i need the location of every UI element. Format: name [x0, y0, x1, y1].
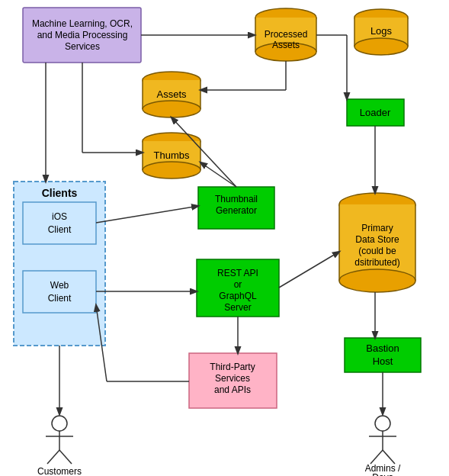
svg-point-38 [339, 269, 415, 292]
svg-rect-60 [345, 338, 421, 372]
svg-rect-35 [339, 204, 415, 281]
svg-rect-45 [23, 202, 96, 244]
svg-line-72 [200, 162, 236, 187]
svg-text:Primary: Primary [361, 223, 393, 233]
svg-rect-43 [14, 182, 105, 346]
svg-text:Thumbs: Thumbs [154, 150, 190, 161]
svg-line-91 [370, 450, 383, 464]
svg-text:Host: Host [373, 355, 393, 367]
svg-text:Devs: Devs [372, 472, 393, 476]
svg-text:Server: Server [224, 302, 251, 313]
svg-line-84 [47, 450, 59, 464]
architecture-diagram: Machine Learning, OCR, and Media Process… [0, 0, 449, 476]
svg-text:Loader: Loader [360, 107, 391, 118]
svg-text:Clients: Clients [42, 187, 78, 199]
svg-text:Client: Client [48, 293, 72, 304]
svg-rect-51 [197, 259, 279, 317]
svg-point-88 [375, 416, 390, 431]
svg-point-23 [143, 133, 200, 150]
svg-text:or: or [234, 279, 242, 290]
svg-text:(could be: (could be [358, 246, 396, 256]
svg-text:Generator: Generator [216, 205, 257, 216]
svg-text:Data Store: Data Store [355, 234, 399, 245]
svg-line-73 [96, 206, 198, 223]
svg-point-81 [52, 416, 67, 431]
svg-rect-29 [347, 99, 404, 126]
svg-text:and Media Processing: and Media Processing [37, 30, 128, 40]
svg-point-27 [143, 162, 200, 178]
svg-text:Logs: Logs [370, 25, 393, 37]
svg-text:Third-Party: Third-Party [210, 362, 255, 372]
svg-rect-56 [189, 353, 277, 408]
svg-line-78 [96, 305, 107, 381]
svg-text:REST API: REST API [217, 268, 258, 278]
svg-line-92 [383, 450, 395, 464]
svg-text:Bastion: Bastion [366, 343, 399, 354]
svg-point-15 [354, 38, 408, 55]
svg-rect-31 [198, 187, 274, 229]
svg-text:Processed: Processed [265, 29, 308, 40]
svg-point-17 [143, 72, 200, 88]
svg-point-11 [354, 9, 408, 26]
svg-line-75 [279, 252, 339, 288]
svg-text:Client: Client [48, 224, 72, 235]
svg-point-4 [255, 8, 316, 27]
svg-point-34 [339, 193, 415, 216]
svg-rect-0 [23, 8, 141, 63]
svg-text:dsitributed): dsitributed) [354, 257, 399, 268]
svg-text:Assets: Assets [156, 88, 187, 100]
svg-text:Services: Services [65, 41, 100, 52]
svg-rect-24 [143, 141, 200, 170]
diagram-svg: Machine Learning, OCR, and Media Process… [0, 0, 449, 476]
svg-rect-12 [354, 18, 408, 47]
svg-line-85 [59, 450, 72, 464]
svg-rect-48 [23, 271, 96, 313]
svg-text:GraphQL: GraphQL [219, 291, 257, 301]
svg-text:Thumbnail: Thumbnail [215, 194, 258, 204]
svg-text:Machine Learning, OCR,: Machine Learning, OCR, [32, 18, 133, 29]
svg-point-21 [143, 101, 200, 117]
svg-text:Admins /: Admins / [365, 463, 401, 474]
svg-line-80 [172, 117, 236, 187]
svg-text:iOS: iOS [52, 211, 67, 222]
svg-rect-18 [143, 80, 200, 109]
svg-text:Assets: Assets [272, 40, 300, 50]
svg-point-8 [255, 43, 316, 61]
svg-text:Customers: Customers [37, 466, 82, 476]
svg-text:Services: Services [215, 373, 250, 384]
svg-text:and APIs: and APIs [214, 384, 251, 395]
svg-text:Web: Web [50, 280, 69, 291]
svg-rect-5 [255, 18, 316, 52]
